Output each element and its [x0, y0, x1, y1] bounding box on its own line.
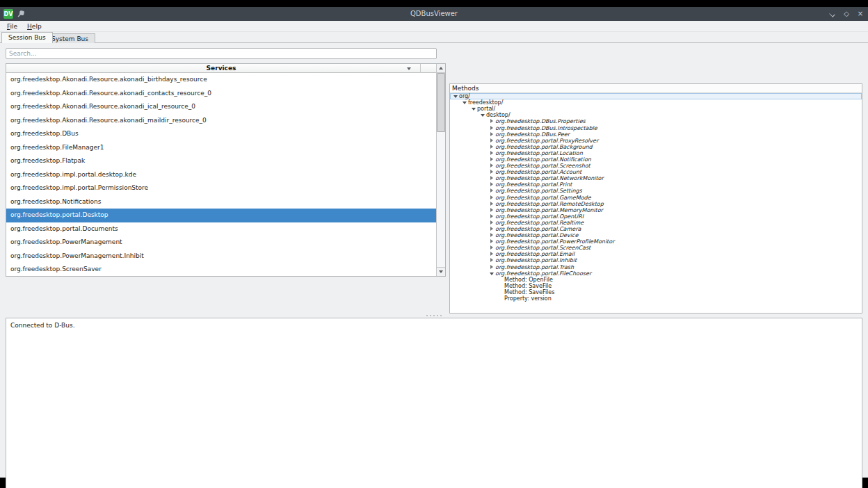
service-row[interactable]: org.freedesktop.portal.Desktop — [6, 209, 436, 222]
tree-row[interactable]: freedesktop/ — [450, 99, 862, 106]
tree-row[interactable]: Method: SaveFile — [450, 283, 862, 289]
tree-row[interactable]: org.freedesktop.portal.OpenURI — [450, 213, 862, 220]
tree-row[interactable]: org.freedesktop.portal.Trash — [450, 264, 862, 270]
branch-closed-icon[interactable] — [489, 156, 495, 163]
tree-row[interactable]: org.freedesktop.portal.PowerProfileMonit… — [450, 238, 862, 245]
service-row[interactable]: org.freedesktop.impl.portal.PermissionSt… — [6, 181, 436, 195]
service-row[interactable]: org.freedesktop.Flatpak — [6, 154, 436, 168]
search-input[interactable] — [6, 48, 437, 59]
tree-row[interactable]: desktop/ — [450, 112, 862, 118]
tree-label: org.freedesktop.DBus.Peer — [495, 131, 570, 138]
branch-closed-icon[interactable] — [489, 118, 495, 124]
branch-closed-icon[interactable] — [489, 144, 495, 150]
log-message: Connected to D-Bus. — [6, 318, 862, 329]
tree-label: org.freedesktop.portal.Inhibit — [495, 257, 577, 263]
branch-closed-icon[interactable] — [489, 251, 495, 257]
branch-spacer — [498, 289, 504, 295]
tree-row[interactable]: org.freedesktop.portal.Print — [450, 181, 862, 188]
branch-closed-icon[interactable] — [489, 138, 495, 144]
branch-closed-icon[interactable] — [489, 220, 495, 226]
maximize-button[interactable]: ◇ — [842, 9, 851, 19]
service-row[interactable]: org.freedesktop.Akonadi.Resource.akonadi… — [6, 100, 436, 114]
branch-closed-icon[interactable] — [489, 181, 495, 188]
service-row[interactable]: org.freedesktop.Akonadi.Resource.akonadi… — [6, 114, 436, 128]
tree-row[interactable]: org.freedesktop.portal.Camera — [450, 226, 862, 232]
tree-row[interactable]: org.freedesktop.DBus.Introspectable — [450, 124, 862, 131]
branch-closed-icon[interactable] — [489, 257, 495, 263]
tree-row[interactable]: org.freedesktop.portal.Background — [450, 144, 862, 150]
tree-label: org.freedesktop.portal.Print — [495, 181, 572, 188]
service-row[interactable]: org.freedesktop.PowerManagement.Inhibit — [6, 250, 436, 263]
branch-closed-icon[interactable] — [489, 201, 495, 207]
tree-row[interactable]: Property: version — [450, 295, 862, 302]
tree-row[interactable]: org.freedesktop.portal.Notification — [450, 156, 862, 163]
tree-row[interactable]: org.freedesktop.portal.NetworkMonitor — [450, 175, 862, 181]
menu-file[interactable]: File — [3, 22, 21, 31]
branch-closed-icon[interactable] — [489, 169, 495, 175]
service-row[interactable]: org.freedesktop.Akonadi.Resource.akonadi… — [6, 87, 436, 101]
tree-row[interactable]: org.freedesktop.portal.Realtime — [450, 220, 862, 226]
tree-label: Property: version — [504, 295, 552, 302]
branch-closed-icon[interactable] — [489, 175, 495, 181]
service-row[interactable]: org.freedesktop.Notifications — [6, 195, 436, 209]
tree-label: org.freedesktop.portal.Camera — [495, 226, 581, 232]
tree-row[interactable]: org.freedesktop.DBus.Properties — [450, 118, 862, 124]
scroll-down-button[interactable] — [437, 267, 445, 276]
scrollbar-thumb[interactable] — [437, 73, 445, 132]
branch-closed-icon[interactable] — [489, 195, 495, 201]
tree-label: org.freedesktop.portal.Trash — [495, 264, 574, 270]
branch-closed-icon[interactable] — [489, 207, 495, 213]
tree-row[interactable]: org.freedesktop.portal.Device — [450, 232, 862, 238]
tree-row[interactable]: org.freedesktop.portal.FileChooser — [450, 270, 862, 277]
tree-row[interactable]: org/ — [450, 93, 862, 99]
tree-row[interactable]: org.freedesktop.portal.ProxyResolver — [450, 138, 862, 144]
branch-open-icon[interactable] — [453, 93, 459, 99]
tree-row[interactable]: org.freedesktop.DBus.Peer — [450, 131, 862, 138]
services-scrollbar[interactable] — [436, 64, 445, 276]
tree-label: org.freedesktop.DBus.Introspectable — [495, 125, 597, 131]
service-row[interactable]: org.freedesktop.ScreenSaver — [6, 263, 436, 276]
scroll-up-button[interactable] — [437, 64, 445, 73]
service-row[interactable]: org.freedesktop.portal.Documents — [6, 222, 436, 236]
tree-label: org.freedesktop.portal.Realtime — [495, 220, 584, 226]
menu-help[interactable]: Help — [24, 22, 45, 31]
branch-open-icon[interactable] — [480, 112, 486, 118]
branch-closed-icon[interactable] — [489, 150, 495, 156]
tree-row[interactable]: org.freedesktop.portal.Settings — [450, 188, 862, 194]
tree-row[interactable]: org.freedesktop.portal.MemoryMonitor — [450, 207, 862, 213]
tree-row[interactable]: org.freedesktop.portal.Inhibit — [450, 257, 862, 263]
tree-row[interactable]: portal/ — [450, 106, 862, 112]
tree-row[interactable]: org.freedesktop.portal.Screenshot — [450, 163, 862, 169]
tab-session-bus[interactable]: Session Bus — [1, 32, 53, 43]
tree-row[interactable]: org.freedesktop.portal.GameMode — [450, 195, 862, 201]
tree-row[interactable]: org.freedesktop.portal.RemoteDesktop — [450, 201, 862, 207]
services-column-header[interactable]: Services — [6, 64, 436, 73]
branch-closed-icon[interactable] — [489, 232, 495, 238]
tree-row[interactable]: org.freedesktop.portal.ScreenCast — [450, 245, 862, 251]
branch-open-icon[interactable] — [462, 99, 468, 106]
service-row[interactable]: org.freedesktop.impl.portal.desktop.kde — [6, 168, 436, 182]
branch-closed-icon[interactable] — [489, 226, 495, 232]
tree-row[interactable]: Method: SaveFiles — [450, 289, 862, 295]
tree-row[interactable]: org.freedesktop.portal.Account — [450, 169, 862, 175]
tree-row[interactable]: org.freedesktop.portal.Location — [450, 150, 862, 156]
branch-closed-icon[interactable] — [489, 264, 495, 270]
tree-row[interactable]: org.freedesktop.portal.Email — [450, 251, 862, 257]
branch-closed-icon[interactable] — [489, 131, 495, 138]
branch-closed-icon[interactable] — [489, 245, 495, 251]
service-row[interactable]: org.freedesktop.DBus — [6, 127, 436, 141]
branch-closed-icon[interactable] — [489, 188, 495, 194]
branch-open-icon[interactable] — [471, 106, 477, 112]
branch-closed-icon[interactable] — [489, 213, 495, 220]
close-button[interactable]: × — [855, 9, 865, 19]
methods-column-header[interactable]: Methods — [450, 84, 862, 93]
service-row[interactable]: org.freedesktop.PowerManagement — [6, 236, 436, 250]
branch-open-icon[interactable] — [489, 270, 495, 277]
service-row[interactable]: org.freedesktop.FileManager1 — [6, 141, 436, 155]
branch-closed-icon[interactable] — [489, 238, 495, 245]
branch-closed-icon[interactable] — [489, 125, 495, 131]
minimize-button[interactable] — [828, 9, 837, 19]
service-row[interactable]: org.freedesktop.Akonadi.Resource.akonadi… — [6, 73, 436, 87]
branch-closed-icon[interactable] — [489, 163, 495, 169]
tree-row[interactable]: Method: OpenFile — [450, 277, 862, 283]
